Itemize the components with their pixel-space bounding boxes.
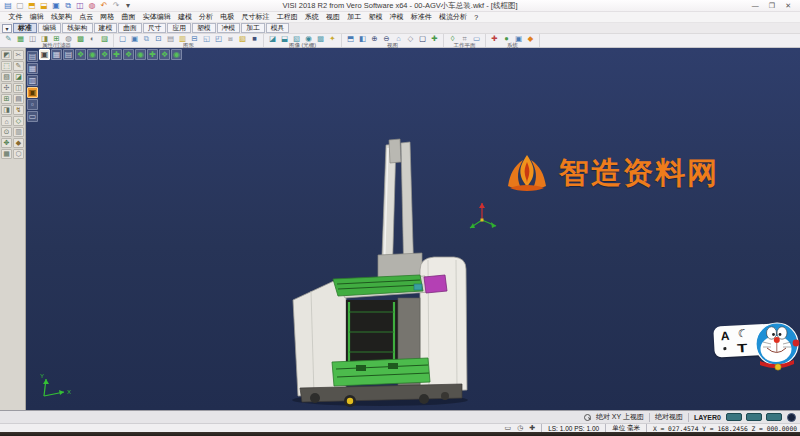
toolbar-icon[interactable]: ◱ <box>201 34 212 43</box>
menu-item[interactable]: 建模 <box>174 12 195 22</box>
viewport-tool-icon[interactable]: ▭ <box>27 111 38 122</box>
menu-item[interactable]: 分析 <box>196 12 217 22</box>
workplane-readout[interactable]: 绝对视图 <box>655 412 683 422</box>
menu-item[interactable]: 视图 <box>322 12 343 22</box>
toolbar-icon[interactable]: ✎ <box>3 34 14 43</box>
menu-item[interactable]: 点云 <box>76 12 97 22</box>
viewport-tool-icon[interactable]: ❖ <box>159 49 170 60</box>
toolbar-icon[interactable]: ✚ <box>429 34 440 43</box>
crosshair-icon[interactable]: ✚ <box>529 424 535 432</box>
material-icon[interactable]: ◍ <box>87 1 97 11</box>
close-button[interactable]: ✕ <box>785 2 791 10</box>
viewport-tool-icon[interactable]: ▤ <box>63 49 74 60</box>
viewport-tool-icon[interactable]: ◉ <box>135 49 146 60</box>
menu-item[interactable]: ? <box>471 14 482 21</box>
left-tool-icon[interactable]: ▥ <box>13 127 24 137</box>
viewport-tool-icon[interactable]: ❖ <box>75 49 86 60</box>
tab-surface[interactable]: 曲面 <box>118 23 142 33</box>
menu-item[interactable]: 工程图 <box>273 12 301 22</box>
viewport-tool-icon[interactable]: ✚ <box>147 49 158 60</box>
left-tool-icon[interactable]: ◨ <box>1 105 12 115</box>
view-mode-readout[interactable]: 绝对 XY 上视图 <box>596 412 644 422</box>
viewport-tool-icon[interactable]: ❖ <box>99 49 110 60</box>
left-tool-icon[interactable]: ⊙ <box>1 127 12 137</box>
left-tool-icon[interactable]: ◆ <box>13 138 24 148</box>
layer-color-swatch[interactable] <box>766 413 782 421</box>
toolbar-icon[interactable]: ▩ <box>75 34 86 43</box>
toolbar-icon[interactable]: ▤ <box>165 34 176 43</box>
viewport-tool-icon[interactable]: ▦ <box>51 49 62 60</box>
menu-item[interactable]: 实体编辑 <box>139 12 174 22</box>
toolbar-icon[interactable]: ⧈ <box>225 34 236 43</box>
3d-viewport[interactable]: ▣▦▤❖◉❖✚❖◉✚❖◉ ▤▦▥▣▫▭ <box>26 48 800 410</box>
toolbar-icon[interactable]: ▦ <box>15 34 26 43</box>
viewport-tool-icon[interactable]: ◉ <box>171 49 182 60</box>
left-tool-icon[interactable]: ◪ <box>13 72 24 82</box>
left-tool-icon[interactable]: ⌂ <box>1 116 12 126</box>
menu-item[interactable]: 编辑 <box>26 12 47 22</box>
menu-item[interactable]: 电极 <box>217 12 238 22</box>
open-folder-icon[interactable]: ⬒ <box>27 1 37 11</box>
menu-item[interactable]: 塑模 <box>365 12 386 22</box>
toolbar-icon[interactable]: ▧ <box>237 34 248 43</box>
tab-wireframe[interactable]: 线架构 <box>62 23 92 33</box>
toolbar-icon[interactable]: ⊡ <box>153 34 164 43</box>
undo-icon[interactable]: ↶ <box>99 1 109 11</box>
toolbar-icon[interactable]: ■ <box>249 34 260 43</box>
left-tool-icon[interactable]: ▧ <box>1 72 12 82</box>
viewport-tool-icon[interactable]: ▤ <box>27 51 38 62</box>
left-tool-icon[interactable]: ✎ <box>13 61 24 71</box>
toolbar-icon[interactable]: ◆ <box>525 34 536 43</box>
menu-item[interactable]: 冲模 <box>386 12 407 22</box>
layer-color-swatch[interactable] <box>746 413 762 421</box>
toolbar-icon[interactable]: ◐ <box>87 34 98 43</box>
toolbar-icon[interactable]: ▨ <box>99 34 110 43</box>
new-file-icon[interactable]: ▤ <box>3 1 13 11</box>
menu-item[interactable]: 曲面 <box>118 12 139 22</box>
toolbar-icon[interactable]: ◇ <box>405 34 416 43</box>
menu-item[interactable]: 文件 <box>5 12 26 22</box>
left-tool-icon[interactable]: ↯ <box>13 105 24 115</box>
tab-tooling[interactable]: 模具 <box>266 23 290 33</box>
toolbar-icon[interactable]: ▣ <box>129 34 140 43</box>
toolbar-icon[interactable]: ⊕ <box>369 34 380 43</box>
tab-application[interactable]: 应用 <box>167 23 191 33</box>
toolbar-icon[interactable]: ⬒ <box>345 34 356 43</box>
tab-edit[interactable]: 编辑 <box>38 23 62 33</box>
tab-mould[interactable]: 塑模 <box>192 23 216 33</box>
viewport-tool-icon[interactable]: ▦ <box>27 63 38 74</box>
viewport-tool-icon[interactable]: ✚ <box>111 49 122 60</box>
layer-color-swatch[interactable] <box>726 413 742 421</box>
viewport-tool-icon[interactable]: ◉ <box>87 49 98 60</box>
viewport-tool-icon[interactable]: ❖ <box>123 49 134 60</box>
left-tool-icon[interactable]: ▦ <box>1 149 12 159</box>
tab-dimension[interactable]: 尺寸 <box>143 23 167 33</box>
tab-machining[interactable]: 加工 <box>241 23 265 33</box>
menu-item[interactable]: 加工 <box>344 12 365 22</box>
vtool-active-icon[interactable]: ▣ <box>27 87 38 98</box>
toolbar-icon[interactable]: ▢ <box>417 34 428 43</box>
save-all-icon[interactable]: ⧉ <box>63 1 73 11</box>
left-tool-icon[interactable]: ▤ <box>13 94 24 104</box>
redo-icon[interactable]: ↷ <box>111 1 121 11</box>
toolbar-icon[interactable]: ◫ <box>27 34 38 43</box>
maximize-button[interactable]: ❐ <box>769 2 775 10</box>
left-tool-icon[interactable]: ◫ <box>13 83 24 93</box>
menu-item[interactable]: 线架构 <box>47 12 75 22</box>
toolbar-icon[interactable]: ◪ <box>267 34 278 43</box>
left-tool-icon[interactable]: ⊞ <box>1 94 12 104</box>
viewport-tool-icon[interactable]: ▫ <box>27 99 38 110</box>
toolbar-icon[interactable]: ▢ <box>117 34 128 43</box>
left-tool-icon[interactable]: ◇ <box>13 116 24 126</box>
menu-item[interactable]: 系统 <box>301 12 322 22</box>
htool-active-icon[interactable]: ▣ <box>39 49 50 60</box>
left-tool-icon[interactable]: ⬡ <box>13 149 24 159</box>
tab-standard[interactable]: 标准 <box>13 23 37 33</box>
left-tool-icon[interactable]: ✣ <box>1 83 12 93</box>
menu-item[interactable]: 尺寸标注 <box>238 12 273 22</box>
clock-icon[interactable]: ◷ <box>517 424 523 432</box>
minimize-button[interactable]: — <box>752 2 759 10</box>
left-tool-icon[interactable]: ✂ <box>13 50 24 60</box>
save-icon[interactable]: ▣ <box>51 1 61 11</box>
menu-item[interactable]: 模流分析 <box>435 12 470 22</box>
